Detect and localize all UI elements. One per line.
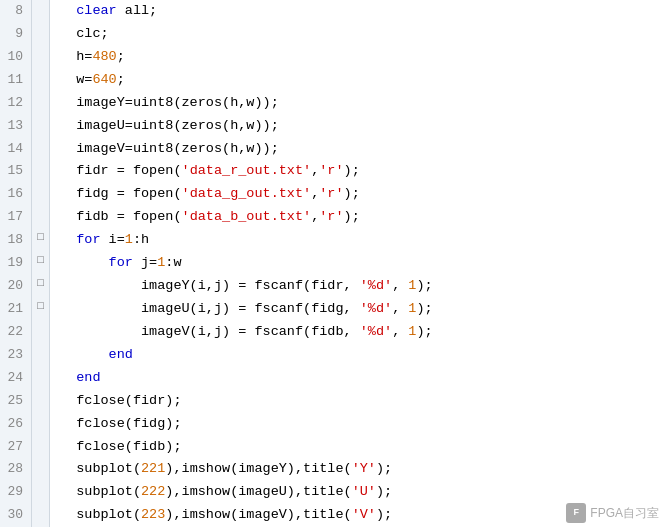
code-content: imageY=uint8(zeros(h,w)); — [50, 92, 667, 115]
fold-indicator[interactable]: □ — [32, 275, 50, 298]
token: :w — [165, 255, 181, 270]
line-row: 25 fclose(fidr); — [0, 390, 667, 413]
code-content: clear all; — [50, 0, 667, 23]
fold-indicator — [32, 160, 50, 183]
fold-indicator — [32, 46, 50, 69]
line-number: 12 — [0, 92, 32, 115]
token: subplot( — [60, 461, 141, 476]
token: ),imshow(imageY),title( — [165, 461, 351, 476]
line-number: 17 — [0, 206, 32, 229]
token: ); — [344, 209, 360, 224]
token: imageV(i,j) = fscanf(fidb, — [60, 324, 360, 339]
token: imageY(i,j) = fscanf(fidr, — [60, 278, 360, 293]
code-content: fidb = fopen('data_b_out.txt','r'); — [50, 206, 667, 229]
token: imageU(i,j) = fscanf(fidg, — [60, 301, 360, 316]
token: 222 — [141, 484, 165, 499]
code-content: subplot(222),imshow(imageU),title('U'); — [50, 481, 667, 504]
code-content: imageV=uint8(zeros(h,w)); — [50, 138, 667, 161]
token — [60, 232, 76, 247]
fold-indicator — [32, 0, 50, 23]
token: ); — [416, 324, 432, 339]
code-content: end — [50, 344, 667, 367]
token — [60, 347, 109, 362]
code-content: fidg = fopen('data_g_out.txt','r'); — [50, 183, 667, 206]
code-content: fidr = fopen('data_r_out.txt','r'); — [50, 160, 667, 183]
line-row: 27 fclose(fidb); — [0, 436, 667, 459]
fold-indicator — [32, 344, 50, 367]
line-number: 22 — [0, 321, 32, 344]
fold-indicator — [32, 206, 50, 229]
fold-indicator — [32, 138, 50, 161]
fold-indicator — [32, 321, 50, 344]
token: 'V' — [352, 507, 376, 522]
token: '%d' — [360, 301, 392, 316]
token: for — [76, 232, 100, 247]
token: fclose(fidb); — [60, 439, 182, 454]
token: end — [109, 347, 133, 362]
token: imageV=uint8(zeros(h,w)); — [60, 141, 279, 156]
line-number: 23 — [0, 344, 32, 367]
line-number: 14 — [0, 138, 32, 161]
token: fidb = fopen( — [60, 209, 182, 224]
token: fclose(fidr); — [60, 393, 182, 408]
line-number: 9 — [0, 23, 32, 46]
fold-indicator[interactable]: □ — [32, 229, 50, 252]
token: ),imshow(imageU),title( — [165, 484, 351, 499]
code-content: imageY(i,j) = fscanf(fidr, '%d', 1); — [50, 275, 667, 298]
code-content: h=480; — [50, 46, 667, 69]
token: ; — [117, 49, 125, 64]
line-number: 27 — [0, 436, 32, 459]
code-content: imageV(i,j) = fscanf(fidb, '%d', 1); — [50, 321, 667, 344]
fold-indicator — [32, 367, 50, 390]
code-content: for i=1:h — [50, 229, 667, 252]
token — [60, 255, 109, 270]
fold-indicator — [32, 92, 50, 115]
watermark-text: FPGA自习室 — [590, 504, 659, 523]
line-number: 26 — [0, 413, 32, 436]
token: 640 — [92, 72, 116, 87]
line-number: 15 — [0, 160, 32, 183]
fold-indicator — [32, 413, 50, 436]
line-row: 13 imageU=uint8(zeros(h,w)); — [0, 115, 667, 138]
code-lines: 8 clear all;9 clc;10 h=480;11 w=640;12 i… — [0, 0, 667, 527]
token: ); — [416, 278, 432, 293]
line-row: 12 imageY=uint8(zeros(h,w)); — [0, 92, 667, 115]
line-number: 21 — [0, 298, 32, 321]
token: ); — [376, 507, 392, 522]
token: ); — [416, 301, 432, 316]
token: 'data_g_out.txt' — [182, 186, 312, 201]
token: fclose(fidg); — [60, 416, 182, 431]
line-number: 24 — [0, 367, 32, 390]
line-row: 22 imageV(i,j) = fscanf(fidb, '%d', 1); — [0, 321, 667, 344]
line-row: 26 fclose(fidg); — [0, 413, 667, 436]
fold-indicator — [32, 23, 50, 46]
line-number: 29 — [0, 481, 32, 504]
line-row: 19□ for j=1:w — [0, 252, 667, 275]
token: fidr = fopen( — [60, 163, 182, 178]
token: fidg = fopen( — [60, 186, 182, 201]
code-content: imageU=uint8(zeros(h,w)); — [50, 115, 667, 138]
token: 'r' — [319, 163, 343, 178]
token: ); — [376, 484, 392, 499]
fold-indicator — [32, 69, 50, 92]
token: 'data_r_out.txt' — [182, 163, 312, 178]
line-row: 14 imageV=uint8(zeros(h,w)); — [0, 138, 667, 161]
token: 480 — [92, 49, 116, 64]
line-row: 28 subplot(221),imshow(imageY),title('Y'… — [0, 458, 667, 481]
line-number: 13 — [0, 115, 32, 138]
line-row: 10 h=480; — [0, 46, 667, 69]
token: i= — [101, 232, 125, 247]
fold-indicator[interactable]: □ — [32, 298, 50, 321]
line-row: 20□ imageY(i,j) = fscanf(fidr, '%d', 1); — [0, 275, 667, 298]
code-editor: 8 clear all;9 clc;10 h=480;11 w=640;12 i… — [0, 0, 667, 531]
line-number: 8 — [0, 0, 32, 23]
token: ); — [376, 461, 392, 476]
line-row: 24 end — [0, 367, 667, 390]
token: 1 — [125, 232, 133, 247]
fold-indicator — [32, 115, 50, 138]
fold-indicator — [32, 481, 50, 504]
token — [60, 3, 76, 18]
fold-indicator[interactable]: □ — [32, 252, 50, 275]
line-row: 16 fidg = fopen('data_g_out.txt','r'); — [0, 183, 667, 206]
token: 'r' — [319, 186, 343, 201]
